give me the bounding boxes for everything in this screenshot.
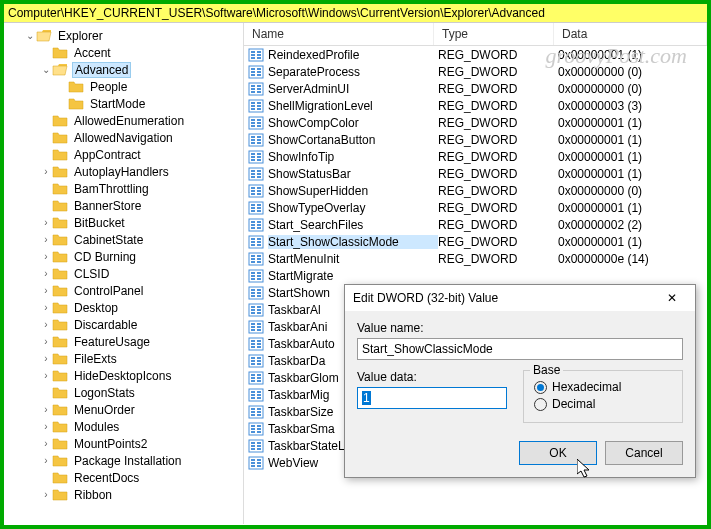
expand-icon[interactable]: › — [40, 285, 52, 296]
folder-icon — [52, 46, 68, 60]
value-type: REG_DWORD — [438, 82, 558, 96]
expand-icon[interactable]: › — [40, 370, 52, 381]
tree-item-ribbon[interactable]: ›Ribbon — [12, 486, 243, 503]
tree-item-desktop[interactable]: ›Desktop — [12, 299, 243, 316]
tree-item-autoplayhandlers[interactable]: ›AutoplayHandlers — [12, 163, 243, 180]
close-icon[interactable]: ✕ — [657, 291, 687, 305]
ok-button[interactable]: OK — [519, 441, 597, 465]
dword-icon — [248, 285, 264, 301]
tree-item-discardable[interactable]: ›Discardable — [12, 316, 243, 333]
col-name[interactable]: Name — [244, 23, 434, 45]
value-row[interactable]: ShellMigrationLevelREG_DWORD0x00000003 (… — [244, 97, 707, 114]
tree-item-featureusage[interactable]: ›FeatureUsage — [12, 333, 243, 350]
tree-item-controlpanel[interactable]: ›ControlPanel — [12, 282, 243, 299]
tree-item-bitbucket[interactable]: ›BitBucket — [12, 214, 243, 231]
tree-item-appcontract[interactable]: AppContract — [12, 146, 243, 163]
svg-rect-143 — [251, 397, 255, 399]
tree-label: FileExts — [72, 352, 119, 366]
tree-item-explorer[interactable]: ⌄Explorer — [12, 27, 243, 44]
tree-item-startmode[interactable]: StartMode — [12, 95, 243, 112]
svg-rect-109 — [257, 306, 261, 308]
tree-label: CabinetState — [72, 233, 145, 247]
tree-item-clsid[interactable]: ›CLSID — [12, 265, 243, 282]
expand-icon[interactable]: › — [40, 217, 52, 228]
tree-item-menuorder[interactable]: ›MenuOrder — [12, 401, 243, 418]
tree-item-recentdocs[interactable]: RecentDocs — [12, 469, 243, 486]
expand-icon[interactable]: › — [40, 438, 52, 449]
tree-item-modules[interactable]: ›Modules — [12, 418, 243, 435]
value-data-input[interactable]: 1 — [357, 387, 507, 409]
svg-rect-5 — [257, 54, 261, 56]
list-header[interactable]: Name Type Data — [244, 23, 707, 46]
svg-rect-62 — [257, 193, 261, 195]
value-row[interactable]: ShowStatusBarREG_DWORD0x00000001 (1) — [244, 165, 707, 182]
svg-rect-32 — [257, 119, 261, 121]
svg-rect-99 — [251, 289, 255, 291]
col-data[interactable]: Data — [554, 23, 707, 45]
col-type[interactable]: Type — [434, 23, 554, 45]
value-row[interactable]: Start_ShowClassicModeREG_DWORD0x00000001… — [244, 233, 707, 250]
address-bar[interactable]: Computer\HKEY_CURRENT_USER\Software\Micr… — [4, 4, 707, 23]
expand-icon[interactable]: › — [40, 489, 52, 500]
tree-item-fileexts[interactable]: ›FileExts — [12, 350, 243, 367]
tree-label: AllowedNavigation — [72, 131, 175, 145]
expand-icon[interactable]: ⌄ — [40, 64, 52, 75]
expand-icon[interactable]: ⌄ — [24, 30, 36, 41]
tree-item-allowedenumeration[interactable]: AllowedEnumeration — [12, 112, 243, 129]
dword-icon — [248, 98, 264, 114]
tree-item-bamthrottling[interactable]: BamThrottling — [12, 180, 243, 197]
tree-item-package-installation[interactable]: ›Package Installation — [12, 452, 243, 469]
svg-rect-106 — [251, 306, 255, 308]
svg-rect-121 — [251, 343, 255, 345]
expand-icon[interactable]: › — [40, 166, 52, 177]
svg-rect-68 — [257, 207, 261, 209]
svg-rect-44 — [251, 156, 255, 158]
expand-icon[interactable]: › — [40, 404, 52, 415]
expand-icon[interactable]: › — [40, 251, 52, 262]
value-row[interactable]: ReindexedProfileREG_DWORD0x00000001 (1) — [244, 46, 707, 63]
value-row[interactable]: ShowTypeOverlayREG_DWORD0x00000001 (1) — [244, 199, 707, 216]
tree-item-allowednavigation[interactable]: AllowedNavigation — [12, 129, 243, 146]
value-row[interactable]: Start_SearchFilesREG_DWORD0x00000002 (2) — [244, 216, 707, 233]
expand-icon[interactable]: › — [40, 268, 52, 279]
expand-icon[interactable]: › — [40, 302, 52, 313]
tree-item-mountpoints2[interactable]: ›MountPoints2 — [12, 435, 243, 452]
radio-hexadecimal[interactable]: Hexadecimal — [534, 380, 672, 394]
expand-icon[interactable]: › — [40, 319, 52, 330]
expand-icon[interactable]: › — [40, 421, 52, 432]
value-row[interactable]: ServerAdminUIREG_DWORD0x00000000 (0) — [244, 80, 707, 97]
value-row[interactable]: SeparateProcessREG_DWORD0x00000000 (0) — [244, 63, 707, 80]
tree-item-logonstats[interactable]: LogonStats — [12, 384, 243, 401]
value-name-input[interactable] — [357, 338, 683, 360]
tree-item-hidedesktopicons[interactable]: ›HideDesktopIcons — [12, 367, 243, 384]
tree-item-advanced[interactable]: ⌄Advanced — [12, 61, 243, 78]
expand-icon[interactable]: › — [40, 455, 52, 466]
svg-rect-53 — [257, 170, 261, 172]
value-row[interactable]: ShowCortanaButtonREG_DWORD0x00000001 (1) — [244, 131, 707, 148]
dword-icon — [248, 302, 264, 318]
radio-decimal[interactable]: Decimal — [534, 397, 672, 411]
expand-icon[interactable]: › — [40, 234, 52, 245]
svg-rect-39 — [257, 136, 261, 138]
dword-icon — [248, 149, 264, 165]
tree-item-bannerstore[interactable]: BannerStore — [12, 197, 243, 214]
expand-icon[interactable]: › — [40, 353, 52, 364]
svg-rect-145 — [257, 394, 261, 396]
svg-rect-113 — [251, 323, 255, 325]
svg-rect-142 — [251, 394, 255, 396]
expand-icon[interactable]: › — [40, 336, 52, 347]
cancel-button[interactable]: Cancel — [605, 441, 683, 465]
tree-item-cabinetstate[interactable]: ›CabinetState — [12, 231, 243, 248]
value-row[interactable]: StartMenuInitREG_DWORD0x0000000e (14) — [244, 250, 707, 267]
svg-rect-141 — [251, 391, 255, 393]
svg-rect-125 — [257, 346, 261, 348]
tree-item-cd-burning[interactable]: ›CD Burning — [12, 248, 243, 265]
value-row[interactable]: ShowSuperHiddenREG_DWORD0x00000000 (0) — [244, 182, 707, 199]
value-row[interactable]: StartMigrate — [244, 267, 707, 284]
registry-tree[interactable]: ⌄ExplorerAccent⌄AdvancedPeopleStartModeA… — [4, 23, 244, 524]
tree-item-accent[interactable]: Accent — [12, 44, 243, 61]
value-row[interactable]: ShowInfoTipREG_DWORD0x00000001 (1) — [244, 148, 707, 165]
value-row[interactable]: ShowCompColorREG_DWORD0x00000001 (1) — [244, 114, 707, 131]
tree-item-people[interactable]: People — [12, 78, 243, 95]
svg-rect-107 — [251, 309, 255, 311]
